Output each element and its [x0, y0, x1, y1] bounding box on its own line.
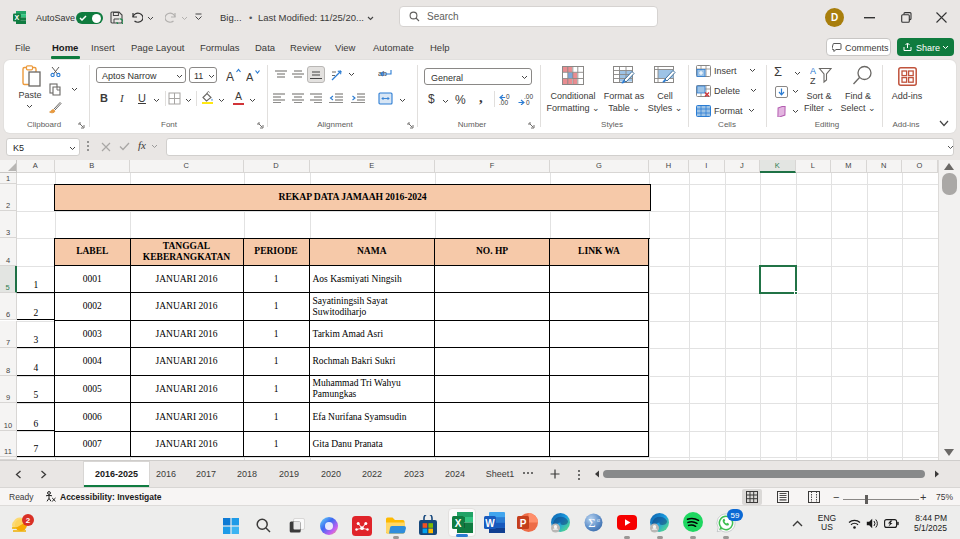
- svg-text:A: A: [246, 71, 254, 83]
- svg-text:W: W: [485, 518, 495, 529]
- svg-text:X: X: [455, 518, 462, 529]
- svg-text:.00: .00: [499, 99, 508, 106]
- svg-text:X: X: [14, 14, 19, 21]
- svg-text:P: P: [520, 518, 527, 529]
- svg-text:Σ: Σ: [588, 516, 595, 530]
- svg-text:0: 0: [526, 99, 530, 106]
- svg-text:A: A: [226, 70, 234, 83]
- svg-text:A: A: [810, 66, 816, 76]
- svg-text:Z: Z: [810, 76, 816, 85]
- svg-text:α: α: [597, 517, 600, 523]
